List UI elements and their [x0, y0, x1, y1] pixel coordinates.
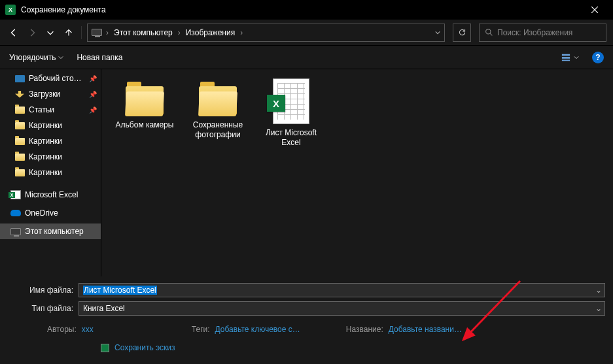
folder-icon	[197, 82, 239, 116]
tags-label: Теги:	[192, 325, 210, 334]
refresh-icon	[458, 28, 466, 37]
authors-label: Авторы:	[47, 325, 77, 334]
sidebar-item[interactable]: Этот компьютер	[0, 223, 101, 239]
folder-icon	[14, 121, 25, 130]
search-placeholder: Поиск: Изображения	[497, 28, 572, 37]
sidebar-item[interactable]: Картинки	[0, 165, 101, 180]
crumb-separator: ›	[105, 28, 110, 37]
arrow-up-icon	[64, 28, 73, 37]
sidebar-item[interactable]: Рабочий сто…📌	[0, 71, 101, 86]
folder-icon	[124, 82, 166, 116]
separator	[81, 26, 82, 39]
sidebar-item[interactable]: Загрузки📌	[0, 86, 101, 102]
sidebar-item-label: Картинки	[29, 168, 62, 177]
file-item[interactable]: XЛист Microsoft Excel	[258, 77, 324, 148]
filetype-select[interactable]: Книга Excel ⌄	[79, 301, 605, 316]
folder-icon	[14, 137, 25, 146]
arrow-right-icon	[27, 28, 37, 37]
file-item[interactable]: Альбом камеры	[112, 77, 177, 130]
desktop-icon	[14, 74, 25, 83]
close-icon	[591, 7, 598, 13]
chevron-down-icon	[58, 55, 63, 60]
sidebar-item-label: Картинки	[29, 121, 62, 130]
file-list: Альбом камерыСохраненные фотографииXЛист…	[101, 69, 613, 276]
filename-input[interactable]: Лист Microsoft Excel ⌄	[79, 283, 605, 297]
pc-icon	[92, 28, 102, 37]
sidebar-item-label: Загрузки	[29, 90, 60, 99]
file-label: Альбом камеры	[112, 120, 177, 130]
sidebar: Рабочий сто…📌Загрузки📌Статьи📌КартинкиКар…	[0, 69, 101, 276]
recent-button[interactable]	[43, 25, 58, 40]
new-folder-button[interactable]: Новая папка	[77, 53, 122, 62]
folder-icon	[14, 152, 25, 161]
thumbnail-row: Сохранить эскиз	[8, 337, 605, 359]
refresh-button[interactable]	[453, 24, 471, 42]
sidebar-item[interactable]: Microsoft Excel	[0, 187, 101, 203]
downloads-icon	[14, 90, 25, 99]
view-button[interactable]	[561, 53, 579, 62]
chevron-down-icon[interactable]: ⌄	[595, 304, 602, 313]
back-button[interactable]	[7, 25, 21, 40]
sidebar-item[interactable]: Картинки	[0, 118, 101, 133]
filename-label: Имя файла:	[8, 286, 79, 295]
chevron-down-icon	[574, 55, 579, 60]
forward-button[interactable]	[25, 25, 39, 40]
svg-rect-1	[562, 54, 570, 56]
filetype-label: Тип файла:	[8, 304, 79, 313]
metadata-row: Авторы: xxx Теги: Добавьте ключевое с… Н…	[8, 320, 605, 337]
sidebar-item-label: Картинки	[29, 152, 62, 161]
title-meta-label: Название:	[346, 325, 383, 334]
dialog-body: Рабочий сто…📌Загрузки📌Статьи📌КартинкиКар…	[0, 69, 613, 276]
crumb-separator: ›	[177, 28, 182, 37]
file-label: Лист Microsoft Excel	[258, 128, 324, 148]
folder-icon	[14, 168, 25, 177]
window-title: Сохранение документа	[21, 5, 582, 14]
help-button[interactable]: ?	[592, 52, 604, 63]
sidebar-item-label: OneDrive	[25, 208, 58, 218]
address-bar[interactable]: › Этот компьютер › Изображения ›	[87, 24, 445, 42]
close-button[interactable]	[582, 0, 608, 20]
organize-button[interactable]: Упорядочить	[9, 53, 63, 62]
sidebar-item[interactable]: Картинки	[0, 133, 101, 149]
pin-icon: 📌	[89, 107, 97, 114]
excel-app-icon: X	[5, 5, 16, 15]
thumbnail-label[interactable]: Сохранить эскиз	[114, 343, 175, 352]
sidebar-item[interactable]: Статьи📌	[0, 102, 101, 118]
file-label: Сохраненные фотографии	[185, 120, 251, 140]
search-input[interactable]: Поиск: Изображения	[479, 24, 606, 42]
authors-value[interactable]: xxx	[82, 325, 94, 334]
sidebar-item-label: Рабочий сто…	[29, 74, 82, 83]
chevron-down-icon	[46, 28, 55, 37]
arrow-left-icon	[9, 28, 18, 37]
pin-icon: 📌	[89, 91, 97, 98]
toolbar: Упорядочить Новая папка ?	[0, 46, 613, 69]
sidebar-item-label: Картинки	[29, 137, 62, 146]
onedrive-icon	[10, 208, 21, 218]
pin-icon: 📌	[89, 75, 97, 82]
title-meta-value[interactable]: Добавьте названи…	[389, 325, 462, 334]
chevron-down-icon[interactable]: ⌄	[595, 286, 602, 295]
file-item[interactable]: Сохраненные фотографии	[185, 77, 251, 140]
sidebar-item-label: Статьи	[29, 105, 54, 114]
navigation-bar: › Этот компьютер › Изображения › Поиск: …	[0, 20, 613, 46]
sidebar-item-label: Microsoft Excel	[25, 190, 78, 199]
breadcrumb-root[interactable]: Этот компьютер	[113, 27, 174, 39]
sidebar-item-label: Этот компьютер	[25, 227, 84, 236]
thumbnail-checkbox[interactable]	[101, 344, 109, 352]
pc-icon	[10, 227, 21, 236]
svg-rect-2	[562, 57, 570, 59]
svg-point-0	[486, 29, 491, 34]
folder-icon	[14, 105, 25, 114]
up-button[interactable]	[61, 25, 76, 40]
search-icon	[485, 28, 493, 37]
chevron-down-icon[interactable]	[435, 30, 440, 35]
svg-rect-3	[562, 59, 570, 61]
excel-icon	[10, 190, 21, 199]
crumb-separator: ›	[239, 28, 244, 37]
sidebar-item[interactable]: OneDrive	[0, 205, 101, 221]
excel-file-icon: X	[273, 78, 309, 124]
view-icon	[561, 53, 571, 62]
breadcrumb-folder[interactable]: Изображения	[184, 27, 236, 39]
tags-value[interactable]: Добавьте ключевое с…	[215, 325, 300, 334]
sidebar-item[interactable]: Картинки	[0, 149, 101, 165]
